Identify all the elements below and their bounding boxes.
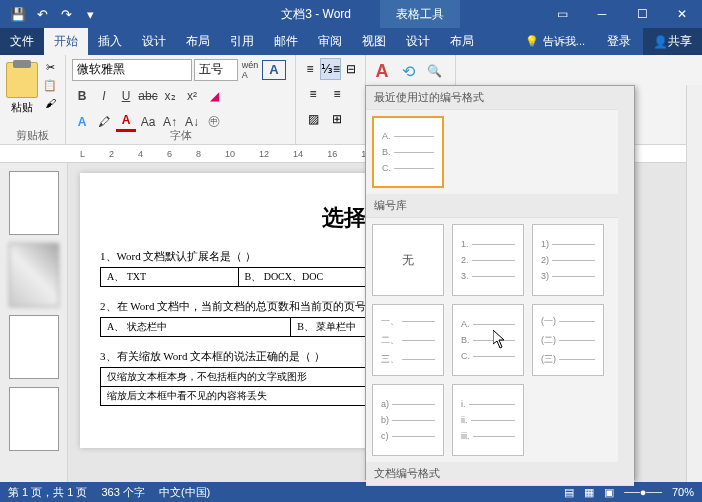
view-read-icon[interactable]: ▦	[584, 486, 594, 499]
thumbnails-pane[interactable]	[0, 163, 68, 482]
multilevel-list-button[interactable]: ⊟	[343, 58, 359, 80]
maximize-icon[interactable]: ☐	[622, 0, 662, 28]
paste-button[interactable]: 粘贴	[6, 58, 38, 115]
bold-button[interactable]: B	[72, 86, 92, 106]
font-name-combo[interactable]: 微软雅黑	[72, 59, 192, 81]
undo-icon[interactable]: ↶	[30, 2, 54, 26]
tab-home[interactable]: 开始	[44, 28, 88, 55]
numbering-dropdown: 最近使用过的编号格式 A.B.C. 编号库 无 1.2.3. 1)2)3) 一、…	[365, 85, 635, 480]
group-font: 字体	[66, 128, 295, 143]
share-button[interactable]: 👤 共享	[643, 28, 702, 55]
close-icon[interactable]: ✕	[662, 0, 702, 28]
numbering-option-chinese[interactable]: 一、二、三、	[372, 304, 444, 376]
dd-section-library: 编号库	[366, 194, 634, 218]
login-button[interactable]: 登录	[595, 28, 643, 55]
format-painter-icon[interactable]: 🖌	[40, 94, 60, 112]
status-wordcount[interactable]: 363 个字	[101, 485, 144, 500]
numbering-option-123paren[interactable]: 1)2)3)	[532, 224, 604, 296]
shading-button[interactable]: ▨	[302, 108, 324, 130]
dd-section-doc-formats: 文档编号格式	[366, 462, 634, 486]
underline-button[interactable]: U	[116, 86, 136, 106]
window-title: 文档3 - Word	[281, 6, 351, 23]
char-border-icon[interactable]: A	[262, 60, 286, 80]
copy-icon[interactable]: 📋	[40, 76, 60, 94]
redo-icon[interactable]: ↷	[54, 2, 78, 26]
clipboard-icon	[6, 62, 38, 98]
thumbnail[interactable]	[9, 387, 59, 451]
dropdown-scrollbar[interactable]	[618, 86, 634, 479]
save-icon[interactable]: 💾	[6, 2, 30, 26]
clear-format-icon[interactable]: ◢	[204, 86, 224, 106]
thumbnail[interactable]	[9, 171, 59, 235]
tab-layout[interactable]: 布局	[176, 28, 220, 55]
vertical-scrollbar[interactable]	[686, 85, 702, 482]
context-tab-table-tools: 表格工具	[380, 0, 460, 28]
tab-view[interactable]: 视图	[352, 28, 396, 55]
change-styles-icon[interactable]: ⟲	[398, 61, 418, 81]
tab-table-layout[interactable]: 布局	[440, 28, 484, 55]
font-size-combo[interactable]: 五号	[194, 59, 238, 81]
numbering-option-none[interactable]: 无	[372, 224, 444, 296]
tab-review[interactable]: 审阅	[308, 28, 352, 55]
superscript-button[interactable]: x²	[182, 86, 202, 106]
find-icon[interactable]: 🔍	[424, 61, 444, 81]
italic-button[interactable]: I	[94, 86, 114, 106]
numbering-option-123dot[interactable]: 1.2.3.	[452, 224, 524, 296]
strikethrough-button[interactable]: abc	[138, 86, 158, 106]
cut-icon[interactable]: ✂	[40, 58, 60, 76]
zoom-slider[interactable]: ──●──	[624, 486, 662, 498]
borders-button[interactable]: ⊞	[326, 108, 348, 130]
view-print-icon[interactable]: ▤	[564, 486, 574, 499]
bullets-button[interactable]: ≡	[302, 58, 318, 80]
tab-design[interactable]: 设计	[132, 28, 176, 55]
numbering-button[interactable]: ⅓≡	[320, 58, 341, 80]
zoom-level[interactable]: 70%	[672, 486, 694, 498]
numbering-option-chinese-paren[interactable]: (一)(二)(三)	[532, 304, 604, 376]
numbering-option-abc-upper[interactable]: A.B.C.	[452, 304, 524, 376]
minimize-icon[interactable]: ─	[582, 0, 622, 28]
numbering-option-roman-lower[interactable]: i.ii.iii.	[452, 384, 524, 456]
thumbnail[interactable]	[9, 243, 59, 307]
tell-me[interactable]: 💡 告诉我...	[515, 28, 595, 55]
view-web-icon[interactable]: ▣	[604, 486, 614, 499]
tab-insert[interactable]: 插入	[88, 28, 132, 55]
align-left-button[interactable]: ≡	[302, 83, 324, 105]
subscript-button[interactable]: x₂	[160, 86, 180, 106]
tab-file[interactable]: 文件	[0, 28, 44, 55]
status-language[interactable]: 中文(中国)	[159, 485, 210, 500]
quick-styles-icon[interactable]: A	[372, 61, 392, 81]
ribbon-options-icon[interactable]: ▭	[542, 0, 582, 28]
group-clipboard: 剪贴板	[0, 128, 65, 143]
numbering-option-recent-abc[interactable]: A.B.C.	[372, 116, 444, 188]
numbering-option-abc-lower[interactable]: a)b)c)	[372, 384, 444, 456]
align-center-button[interactable]: ≡	[326, 83, 348, 105]
thumbnail[interactable]	[9, 315, 59, 379]
status-page[interactable]: 第 1 页，共 1 页	[8, 485, 87, 500]
dd-section-recent: 最近使用过的编号格式	[366, 86, 634, 110]
tab-table-design[interactable]: 设计	[396, 28, 440, 55]
tab-mailings[interactable]: 邮件	[264, 28, 308, 55]
tab-references[interactable]: 引用	[220, 28, 264, 55]
phonetic-guide-icon[interactable]: wénA	[240, 60, 260, 80]
qat-more-icon[interactable]: ▾	[78, 2, 102, 26]
